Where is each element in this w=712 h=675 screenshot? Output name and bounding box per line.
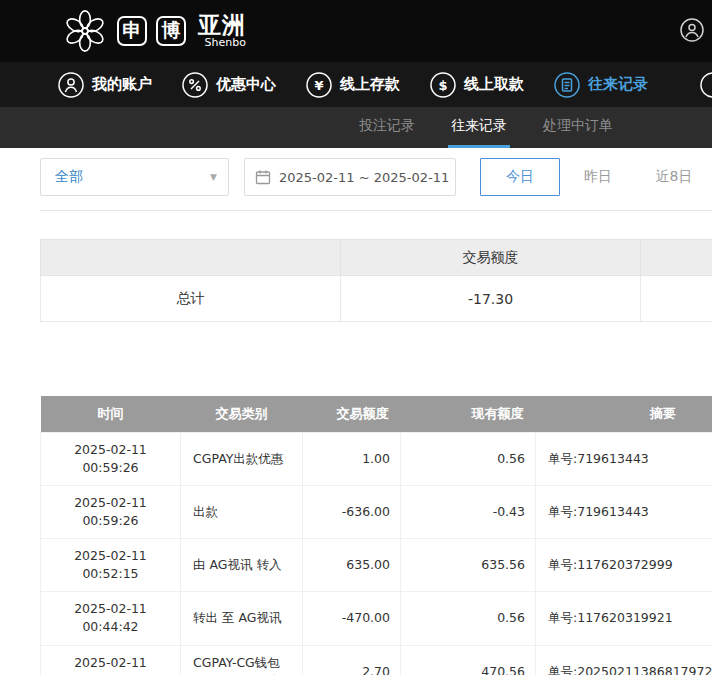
sub-nav: 投注记录 往来记录 处理中订单: [0, 107, 712, 148]
tab-label: 处理中订单: [543, 117, 613, 135]
nav-item-withdraw[interactable]: $ 线上取款: [430, 72, 524, 98]
records-circle-icon: [554, 72, 580, 98]
table-row: 2025-02-11 00:44:42 转出 至 AG视讯 -470.00 0.…: [41, 592, 712, 645]
summary-header-empty: [641, 240, 712, 276]
last-8-days-button[interactable]: 近8日: [636, 158, 712, 196]
summary-total-value: -17.30: [341, 276, 641, 322]
summary-header-amount: 交易额度: [341, 240, 641, 276]
table-row: 2025-02-11 00:59:26 CGPAY出款优惠 1.00 0.56 …: [41, 432, 712, 485]
nav-item-my-account[interactable]: 我的账户: [58, 72, 152, 98]
nav-item-promotions[interactable]: 优惠中心: [182, 72, 276, 98]
main-nav: 我的账户 优惠中心 ¥ 线上存款 $ 线上取款: [0, 62, 712, 107]
withdraw-coin-icon: $: [430, 72, 456, 98]
cell-summary: 单号:719613443: [536, 432, 712, 485]
cell-time: 2025-02-11 00:44:42: [41, 592, 181, 645]
divider: [40, 210, 712, 211]
header-type: 交易类别: [181, 396, 303, 432]
cell-type: CGPAY出款优惠: [181, 432, 303, 485]
brand-region: 亚洲: [198, 13, 246, 37]
tab-processing-orders[interactable]: 处理中订单: [540, 107, 616, 148]
cell-time: 2025-02-11 00:52:15: [41, 539, 181, 592]
summary-header-row: 交易额度: [41, 240, 712, 276]
nav-label: 线上存款: [340, 75, 400, 94]
cell-balance: 470.56: [401, 645, 536, 675]
header-balance: 现有额度: [401, 396, 536, 432]
cell-amount: -470.00: [303, 592, 401, 645]
summary-total-row: 总计 -17.30: [41, 276, 712, 322]
cell-time: 2025-02-11 00:59:26: [41, 485, 181, 538]
cell-type: 由 AG视讯 转入: [181, 539, 303, 592]
cell-balance: 0.56: [401, 592, 536, 645]
cell-time: 2025-02-11 00:59:26: [41, 432, 181, 485]
cell-summary: 单号:719613443: [536, 485, 712, 538]
filter-bar: 全部 ▼ 2025-02-11 ~ 2025-02-11 今日 昨日 近8日: [40, 158, 712, 196]
nav-label: 优惠中心: [216, 75, 276, 94]
summary-section: 交易额度 总计 -17.30: [40, 239, 712, 322]
brand-char-shen: 申: [117, 16, 147, 46]
brand-text: 亚洲 Shenbo: [198, 13, 246, 49]
header-amount: 交易额度: [303, 396, 401, 432]
table-row: 2025-02-11 00:44:22 CGPAY-CG钱包支付笔笔送优惠 2.…: [41, 645, 712, 675]
summary-total-label: 总计: [41, 276, 341, 322]
cell-balance: 635.56: [401, 539, 536, 592]
cell-amount: 2.70: [303, 645, 401, 675]
tab-transaction-records[interactable]: 往来记录: [448, 107, 510, 148]
cell-type: 转出 至 AG视讯: [181, 592, 303, 645]
chevron-down-icon: ▼: [210, 172, 217, 182]
cell-amount: 635.00: [303, 539, 401, 592]
nav-item-deposit[interactable]: ¥ 线上存款: [306, 72, 400, 98]
yesterday-button[interactable]: 昨日: [560, 158, 636, 196]
nav-label: 线上取款: [464, 75, 524, 94]
cell-balance: -0.43: [401, 485, 536, 538]
nav-label: 我的账户: [92, 75, 152, 94]
user-circle-icon: [58, 72, 84, 98]
table-header-row: 时间 交易类别 交易额度 现有额度 摘要: [41, 396, 712, 432]
date-range-picker[interactable]: 2025-02-11 ~ 2025-02-11: [244, 158, 456, 196]
tab-label: 投注记录: [359, 117, 415, 135]
cell-type: 出款: [181, 485, 303, 538]
cell-type: CGPAY-CG钱包支付笔笔送优惠: [181, 645, 303, 675]
svg-text:¥: ¥: [314, 78, 323, 93]
date-range-value: 2025-02-11 ~ 2025-02-11: [279, 170, 449, 185]
summary-table: 交易额度 总计 -17.30: [40, 239, 712, 322]
table-row: 2025-02-11 00:59:26 出款 -636.00 -0.43 单号:…: [41, 485, 712, 538]
cell-amount: 1.00: [303, 432, 401, 485]
calendar-icon: [255, 169, 271, 185]
category-dropdown-value: 全部: [55, 168, 83, 186]
cell-balance: 0.56: [401, 432, 536, 485]
summary-header-empty: [41, 240, 341, 276]
cell-summary: 单号:2025021138681797295: [536, 645, 712, 675]
quick-range-buttons: 今日 昨日 近8日: [480, 158, 712, 196]
account-user-icon[interactable]: [680, 18, 704, 42]
brand-char-bo: 博: [156, 16, 186, 46]
nav-overflow-icon[interactable]: [700, 72, 712, 98]
svg-text:$: $: [438, 78, 447, 93]
flower-icon: [62, 8, 108, 54]
cell-summary: 单号:117620319921: [536, 592, 712, 645]
records-section: 时间 交易类别 交易额度 现有额度 摘要 2025-02-11 00:59:26…: [40, 396, 712, 675]
brand-name-en: Shenbo: [205, 37, 246, 49]
deposit-coin-icon: ¥: [306, 72, 332, 98]
cell-amount: -636.00: [303, 485, 401, 538]
tab-bet-records[interactable]: 投注记录: [356, 107, 418, 148]
category-dropdown[interactable]: 全部 ▼: [40, 158, 229, 196]
nav-item-records[interactable]: 往来记录: [554, 72, 648, 98]
brand-logo: 申 博 亚洲 Shenbo: [62, 8, 246, 54]
tab-label: 往来记录: [451, 117, 507, 135]
summary-total-empty: [641, 276, 712, 322]
header-time: 时间: [41, 396, 181, 432]
top-bar: 申 博 亚洲 Shenbo: [0, 0, 712, 62]
nav-label: 往来记录: [588, 75, 648, 94]
table-row: 2025-02-11 00:52:15 由 AG视讯 转入 635.00 635…: [41, 539, 712, 592]
today-button[interactable]: 今日: [480, 158, 560, 196]
cell-summary: 单号:117620372999: [536, 539, 712, 592]
promo-circle-icon: [182, 72, 208, 98]
header-summary: 摘要: [536, 396, 712, 432]
cell-time: 2025-02-11 00:44:22: [41, 645, 181, 675]
records-table: 时间 交易类别 交易额度 现有额度 摘要 2025-02-11 00:59:26…: [40, 396, 712, 675]
